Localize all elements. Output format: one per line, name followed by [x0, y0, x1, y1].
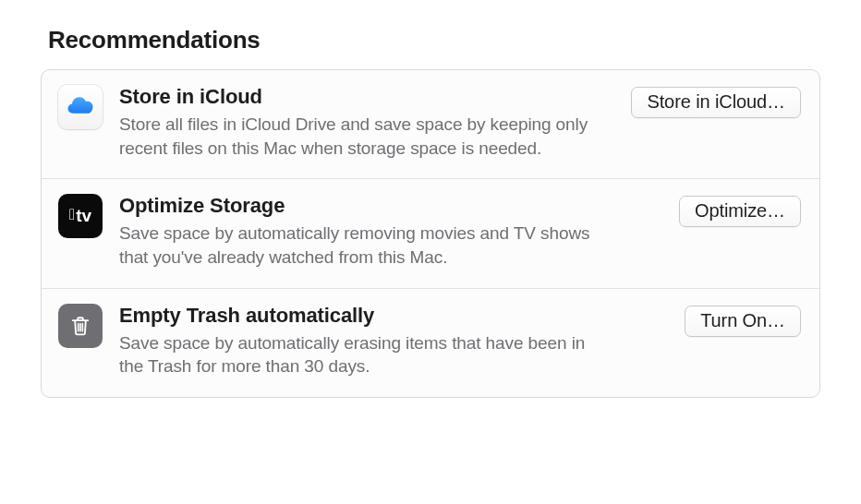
- row-body: Optimize Storage Save space by automatic…: [119, 194, 618, 269]
- icloud-icon: [58, 85, 103, 129]
- row-title: Empty Trash automatically: [119, 304, 609, 328]
- row-title: Optimize Storage: [119, 194, 609, 218]
- row-title: Store in iCloud: [119, 85, 605, 109]
- apple-tv-icon: tv: [58, 194, 103, 238]
- row-optimize-storage: tv Optimize Storage Save space by autom…: [42, 178, 819, 287]
- row-body: Empty Trash automatically Save space by …: [119, 304, 618, 378]
- turn-on-button[interactable]: Turn On…: [685, 306, 801, 337]
- row-description: Store all files in iCloud Drive and save…: [119, 113, 605, 160]
- row-store-in-icloud: Store in iCloud Store all files in iClou…: [42, 70, 819, 178]
- row-description: Save space by automatically removing mov…: [119, 222, 609, 269]
- optimize-button[interactable]: Optimize…: [679, 196, 801, 227]
- row-body: Store in iCloud Store all files in iClou…: [119, 85, 614, 160]
- section-title: Recommendations: [41, 26, 820, 54]
- row-description: Save space by automatically erasing item…: [119, 331, 609, 378]
- trash-icon: [58, 304, 103, 348]
- store-in-icloud-button[interactable]: Store in iCloud…: [631, 87, 801, 118]
- apple-tv-glyph: tv: [69, 206, 91, 226]
- row-empty-trash: Empty Trash automatically Save space by …: [42, 288, 819, 397]
- recommendations-panel: Store in iCloud Store all files in iClou…: [41, 69, 820, 398]
